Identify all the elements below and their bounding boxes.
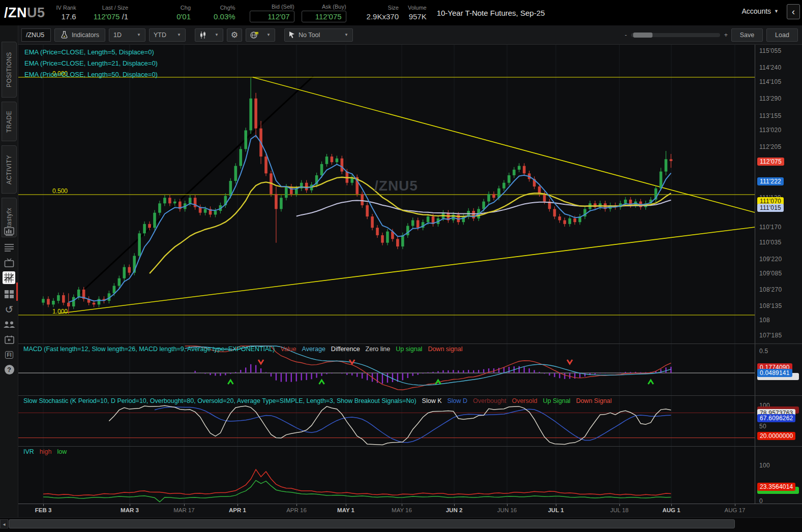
accounts-label: Accounts — [741, 7, 771, 15]
time-tick — [184, 504, 185, 506]
live-tv-icon[interactable] — [0, 256, 18, 270]
ask-label: Ask (Buy) — [322, 3, 346, 11]
timeframe-dropdown[interactable]: 1D ▼ — [109, 28, 145, 42]
compare-dropdown[interactable]: ▼ — [246, 28, 275, 42]
globe-icon — [250, 31, 258, 39]
chart-icon-active[interactable] — [3, 271, 15, 284]
time-axis[interactable]: FEB 3MAR 3MAR 17APR 1APR 16MAY 1MAY 16JU… — [18, 504, 802, 517]
legend-item: Up signal — [396, 346, 422, 353]
ask-button[interactable]: 112'075 — [302, 11, 346, 22]
chevron-down-icon: ▼ — [344, 33, 348, 37]
macd-axis[interactable]: 0.50.17740900.0489141 — [755, 344, 802, 395]
time-tick — [454, 504, 455, 506]
axis-tick: 113'290 — [759, 95, 782, 102]
range-dropdown[interactable]: YTD ▼ — [149, 28, 186, 42]
indicators-button[interactable]: Indicators — [54, 28, 105, 42]
save-button[interactable]: Save — [731, 28, 763, 42]
bid-button[interactable]: 112'07 — [250, 11, 294, 22]
zoom-in-button[interactable]: + — [724, 32, 728, 39]
legend-item: Down signal — [428, 346, 462, 353]
time-label: JUN 2 — [446, 507, 463, 513]
axis-tick: 113'020 — [759, 127, 782, 134]
sidebar-tab-positions[interactable]: POSITIONS — [2, 42, 17, 98]
quote-board-icon[interactable] — [0, 225, 18, 239]
chevron-down-icon: ▼ — [215, 33, 219, 37]
symbol-month: U5 — [27, 5, 45, 20]
tool-label: No Tool — [299, 32, 320, 39]
cursor-icon — [289, 32, 295, 39]
zoom-slider[interactable] — [631, 33, 720, 37]
macd-study-row: MACD (Fast length=12, Slow length=26, MA… — [23, 346, 462, 353]
stoch-axis[interactable]: 1005078.957376367.609626220.0000000 — [755, 396, 802, 446]
chg-pct-label: Chg% — [220, 4, 235, 12]
beaker-icon — [61, 31, 68, 39]
axis-value-badge: 20.0000000 — [757, 432, 795, 440]
history-icon[interactable]: ↺ — [0, 302, 18, 317]
time-label: MAY 16 — [392, 507, 412, 513]
tool-dropdown[interactable]: No Tool ▼ — [284, 28, 353, 42]
ivr-axis[interactable]: 100023.3564014 — [755, 447, 802, 504]
price-panel: EMA (Price=CLOSE, Length=5, Displace=0) … — [18, 45, 802, 343]
scrollbar-thumb[interactable] — [9, 519, 735, 528]
bid-label: Bid (Sell) — [272, 3, 294, 11]
collapse-panel-button[interactable]: ‹ — [787, 4, 800, 19]
follow-traders-icon[interactable] — [0, 318, 18, 332]
last-size-label: Last / Size — [102, 4, 128, 12]
legend-item: low — [57, 448, 67, 455]
axis-tick: 108'135 — [759, 302, 782, 309]
chart-type-dropdown[interactable]: ▼ — [195, 28, 223, 42]
ivr-study-row: IVR highlow — [23, 448, 67, 455]
zoom-slider-thumb[interactable] — [633, 33, 652, 38]
fib-level-label: 1.000 — [52, 308, 68, 315]
legend-item: Oversold — [512, 397, 537, 404]
time-label: AUG 1 — [662, 507, 680, 513]
sidebar-tab-activity[interactable]: ACTIVITY — [2, 145, 17, 194]
price-axis[interactable]: 115'055114'240114'105113'290113'155113'0… — [755, 45, 802, 343]
chevron-down-icon: ▼ — [177, 33, 181, 37]
size-value: 2.9Kx370 — [367, 12, 399, 21]
symbol-watermark: /ZNU5 — [374, 178, 418, 194]
axis-tick: 100 — [759, 462, 770, 469]
price-chart-plot[interactable] — [18, 45, 755, 343]
accounts-menu[interactable]: Accounts ▼ — [741, 7, 779, 15]
ema-study-labels: EMA (Price=CLOSE, Length=5, Displace=0) … — [24, 47, 158, 80]
macd-legend: ValueAverageDifferenceZero lineUp signal… — [280, 346, 462, 353]
ivr-plot[interactable] — [18, 447, 755, 504]
last-size-field: Last / Size 112'075 /1 — [94, 4, 129, 21]
ivr-legend: highlow — [40, 448, 67, 455]
zoom-out-button[interactable]: - — [625, 32, 627, 39]
time-label: AUG 17 — [725, 507, 746, 513]
axis-value-badge: 0.0489141 — [757, 369, 792, 377]
volume-label: Volume — [408, 4, 427, 12]
time-label: MAY 1 — [337, 507, 354, 513]
calendar-icon[interactable] — [0, 332, 18, 347]
load-button[interactable]: Load — [766, 28, 798, 42]
stochastic-panel: Slow Stochastic (K Period=10, D Period=1… — [18, 395, 802, 446]
axis-tick: 107'185 — [759, 332, 782, 339]
iv-rank-label: IV Rank — [56, 4, 76, 12]
scroll-left-button[interactable]: ◂ — [0, 519, 8, 528]
time-tick — [130, 504, 130, 506]
watchlist-icon[interactable] — [0, 240, 18, 255]
time-tick — [619, 504, 620, 506]
symbol-input[interactable]: /ZNU5 — [21, 28, 51, 42]
ema21-label: EMA (Price=CLOSE, Length=21, Displace=0) — [24, 58, 158, 69]
left-sidebar: POSITIONS TRADE ACTIVITY tastyfx ↺ FI ? — [0, 25, 18, 532]
time-tick — [402, 504, 402, 506]
dashboard-grid-icon[interactable] — [0, 287, 18, 301]
axis-value-badge: 111'222 — [757, 177, 784, 185]
chevron-down-icon: ▼ — [266, 33, 271, 37]
help-icon[interactable]: ? — [0, 362, 18, 377]
chg-pct-value: 0.03% — [214, 12, 235, 21]
fixed-income-icon[interactable]: FI — [0, 348, 18, 362]
last-trade-size: /1 — [122, 12, 129, 21]
settings-button[interactable]: ⚙ — [227, 28, 242, 42]
range-value: YTD — [154, 32, 166, 39]
sidebar-tab-trade[interactable]: TRADE — [2, 102, 17, 141]
time-label: JUL 18 — [610, 507, 629, 513]
candlestick-series — [42, 78, 672, 314]
axis-value-badge: 23.3564014 — [757, 483, 795, 491]
time-tick — [237, 504, 238, 506]
ivr-title: IVR — [23, 448, 34, 455]
time-tick — [735, 504, 735, 506]
